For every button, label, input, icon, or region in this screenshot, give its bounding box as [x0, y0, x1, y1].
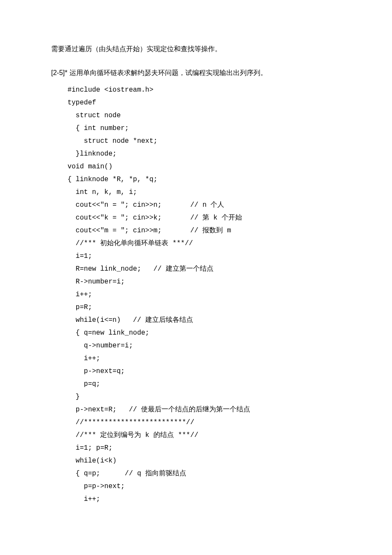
code-line: { linknode *R, *p, *q; — [51, 173, 341, 186]
code-line: i=1; — [51, 250, 341, 263]
code-line: //*** 初始化单向循环单链表 ***// — [51, 237, 341, 250]
code-line: p->next=q; — [51, 365, 341, 378]
code-line: q->number=i; — [51, 339, 341, 352]
code-line: struct node *next; — [51, 135, 341, 147]
code-line: i=1; p=R; — [51, 442, 341, 454]
code-line: while(i<k) — [51, 454, 341, 467]
code-line: //*** 定位到编号为 k 的结点 ***// — [51, 429, 341, 442]
code-line: cout<<"n = "; cin>>n; // n 个人 — [51, 199, 341, 211]
code-line: struct node — [51, 109, 341, 122]
code-line: p->next=R; // 使最后一个结点的后继为第一个结点 — [51, 403, 341, 416]
code-line: } — [51, 390, 341, 403]
code-line: }linknode; — [51, 147, 341, 160]
code-line: R->number=i; — [51, 275, 341, 288]
code-line: i++; — [51, 352, 341, 365]
code-line: int n, k, m, i; — [51, 186, 341, 199]
code-line: R=new link_node; // 建立第一个结点 — [51, 263, 341, 275]
code-line: { int number; — [51, 122, 341, 135]
code-line: void main() — [51, 160, 341, 173]
question-paragraph: [2-5]* 运用单向循环链表求解约瑟夫环问题，试编程实现输出出列序列。 — [51, 66, 341, 79]
code-line: cout<<"m = "; cin>>m; // 报数到 m — [51, 224, 341, 237]
code-line: typedef — [51, 96, 341, 109]
code-line: p=p->next; — [51, 480, 341, 493]
code-line: p=q; — [51, 378, 341, 390]
code-line: //*************************// — [51, 416, 341, 429]
code-line: #include <iostream.h> — [51, 84, 341, 96]
code-line: p=R; — [51, 301, 341, 314]
code-line: cout<<"k = "; cin>>k; // 第 k 个开始 — [51, 211, 341, 224]
code-line: i++; — [51, 493, 341, 506]
code-line: { q=new link_node; — [51, 327, 341, 339]
code-block: #include <iostream.h> typedef struct nod… — [51, 84, 341, 506]
spacer — [51, 60, 341, 66]
code-line: i++; — [51, 288, 341, 301]
document-page: 需要通过遍历（由头结点开始）实现定位和查找等操作。 [2-5]* 运用单向循环链… — [0, 0, 392, 531]
intro-paragraph: 需要通过遍历（由头结点开始）实现定位和查找等操作。 — [51, 43, 341, 55]
code-line: { q=p; // q 指向前驱结点 — [51, 467, 341, 480]
code-line: while(i<=n) // 建立后续各结点 — [51, 314, 341, 327]
